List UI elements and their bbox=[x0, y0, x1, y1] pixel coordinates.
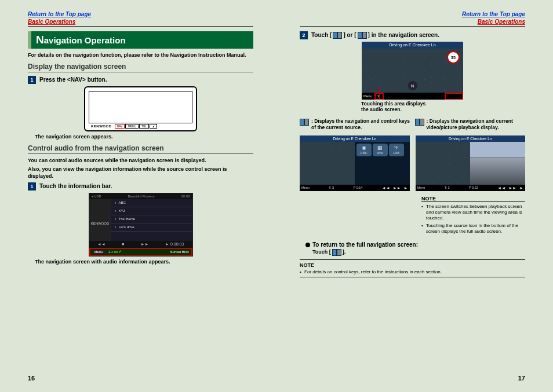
icon-desc-2-text: : Displays the navigation and current vi… bbox=[427, 118, 526, 130]
step-2: 2 Touch [] or [] in the navigation scree… bbox=[300, 31, 525, 39]
pointer-line bbox=[379, 88, 380, 100]
sm-title: Driving on E Cherokee Ln bbox=[416, 135, 526, 142]
info-bar: Menu 1.1 mi ↱ Sunset Blvd bbox=[89, 248, 192, 256]
bottom-note: NOTE For details on control keys, refer … bbox=[300, 259, 525, 277]
return-full: To return to the full navigation screen: bbox=[305, 241, 525, 248]
sm-menu: Menu bbox=[301, 186, 310, 189]
map-screenshot-main: Driving on E Cherokee Ln 35 N Menu T: 3 bbox=[362, 42, 463, 100]
small-map-left: Driving on E Cherokee Ln ◉DISC ▦iPod ΨUS… bbox=[300, 135, 410, 191]
step-1: 1 Press the <NAV> button. bbox=[28, 76, 253, 84]
stop-icon: ■ bbox=[122, 242, 124, 246]
section-title-first-letter: N bbox=[36, 34, 44, 46]
menu-button: Menu bbox=[93, 250, 105, 254]
usb-label: ◂ USB bbox=[92, 194, 101, 198]
return-top-link[interactable]: Return to the Top page bbox=[28, 10, 253, 18]
destination: Sunset Blvd bbox=[170, 250, 188, 254]
split-icon bbox=[332, 249, 341, 256]
device-nav-button: NAV bbox=[115, 124, 125, 129]
sm-menu: Menu bbox=[417, 186, 425, 189]
highlight-right bbox=[445, 93, 463, 100]
page-number-left: 16 bbox=[28, 375, 35, 382]
step-2-text: Touch [] or [] in the navigation screen. bbox=[311, 32, 439, 39]
step-1b: 1 Touch the information bar. bbox=[28, 182, 253, 190]
split-icon bbox=[358, 32, 367, 39]
subhead-control-audio: Control audio from the navigation screen bbox=[28, 144, 253, 154]
sm-t: T: 3 bbox=[445, 186, 450, 189]
section-title-rest: avigation Operation bbox=[44, 35, 126, 45]
sm-map-area bbox=[416, 142, 471, 185]
top-links-right: Return to the Top page Basic Operations bbox=[300, 10, 525, 27]
control-audio-text1: You can control audio sources while the … bbox=[28, 157, 253, 164]
note-item: The screen switches between playback scr… bbox=[421, 204, 525, 221]
track-title: Beautiful Flowers bbox=[128, 195, 154, 198]
source-ipod: ▦iPod bbox=[373, 144, 388, 156]
playlist-item: The theme bbox=[111, 215, 192, 224]
section-title: Navigation Operation bbox=[28, 31, 253, 49]
playlist-item: ABC bbox=[111, 199, 192, 207]
map-caption: Touching this area displays the audio sc… bbox=[361, 101, 525, 112]
icon-desc-2: : Displays the navigation and current vi… bbox=[415, 118, 526, 130]
caption-nav-appears: The navigation screen appears. bbox=[35, 134, 253, 140]
prev-icon: ◄◄ bbox=[97, 242, 105, 246]
page-number-right: 17 bbox=[518, 375, 525, 382]
split-icon bbox=[415, 119, 424, 126]
split-icon bbox=[300, 119, 309, 126]
device-eject-button: ▲ bbox=[150, 124, 157, 129]
basic-ops-link[interactable]: Basic Operations bbox=[28, 18, 253, 27]
bullet-icon bbox=[305, 243, 310, 247]
device-menu-button: MENU bbox=[125, 124, 139, 129]
return-top-link[interactable]: Return to the Top page bbox=[300, 10, 525, 18]
return-sub: Touch []. bbox=[312, 249, 525, 256]
sm-bottom-bar: Menu T: 3 P 0:22 ◄◄►►► bbox=[416, 185, 526, 191]
page-left: Return to the Top page Basic Operations … bbox=[0, 0, 276, 392]
playback-time: ► 0:00:03 bbox=[165, 242, 184, 246]
control-audio-text2: Also, you can view the navigation inform… bbox=[28, 166, 253, 179]
speed-limit-icon: 35 bbox=[447, 51, 460, 64]
icon-descriptions: : Displays the navigation and control ke… bbox=[300, 118, 525, 133]
small-map-right: Driving on E Cherokee Ln Menu T: 3 P 0:2… bbox=[416, 135, 526, 191]
split-icon bbox=[333, 32, 342, 39]
playlist: ABC XYZ The theme Let's drive bbox=[111, 199, 192, 241]
sm-playback: ◄◄►►► bbox=[382, 186, 408, 190]
sm-p: P 0:14 bbox=[354, 186, 363, 189]
return-full-text: To return to the full navigation screen: bbox=[312, 241, 418, 248]
step-1-text: Press the <NAV> button. bbox=[39, 76, 107, 83]
icon-desc-1-text: : Displays the navigation and control ke… bbox=[311, 118, 410, 130]
sm-title: Driving on E Cherokee Ln bbox=[300, 135, 410, 142]
sm-source-panel: ◉DISC ▦iPod ΨUSB bbox=[355, 142, 410, 185]
playlist-item: Let's drive bbox=[111, 224, 192, 232]
basic-ops-link[interactable]: Basic Operations bbox=[300, 18, 525, 27]
device-brand: KENWOOD bbox=[91, 124, 112, 128]
top-links-left: Return to the Top page Basic Operations bbox=[28, 10, 253, 27]
next-icon: ►► bbox=[141, 242, 149, 246]
note-item: Touching the source icon in the bottom o… bbox=[421, 223, 525, 235]
audio-nav-screenshot: ◂ USB Beautiful Flowers 00:03 KENWOOD AB… bbox=[89, 193, 193, 257]
distance: 1.1 mi ↱ bbox=[108, 250, 122, 254]
note-item: For details on control keys, refer to th… bbox=[300, 269, 525, 274]
sm-p: P 0:22 bbox=[469, 186, 478, 189]
source-usb: ΨUSB bbox=[389, 144, 404, 156]
caption-audio-info: The navigation screen with audio informa… bbox=[35, 259, 253, 265]
subhead-display-nav: Display the navigation screen bbox=[28, 63, 253, 72]
sm-playback: ◄◄►►► bbox=[497, 186, 523, 190]
sm-map-area bbox=[300, 142, 355, 185]
sm-bottom-bar: Menu T: 3 P 0:14 ◄◄►►► bbox=[300, 185, 410, 191]
note-title: NOTE bbox=[300, 262, 525, 268]
source-disc: ◉DISC bbox=[356, 144, 372, 156]
icon-desc-1: : Displays the navigation and control ke… bbox=[300, 118, 410, 130]
sm-video-panel bbox=[470, 142, 525, 185]
playlist-item: XYZ bbox=[111, 207, 192, 215]
page-right: Return to the Top page Basic Operations … bbox=[276, 0, 553, 392]
step-number-icon: 1 bbox=[28, 76, 36, 84]
note-title: NOTE bbox=[421, 196, 525, 202]
step-number-icon: 2 bbox=[300, 31, 308, 39]
track-time: 00:03 bbox=[181, 195, 190, 198]
step-number-icon: 1 bbox=[28, 182, 36, 190]
map-title: Driving on E Cherokee Ln bbox=[362, 42, 463, 49]
map-menu: Menu bbox=[363, 94, 372, 98]
playback-controls: ◄◄ ■ ►► ► 0:00:03 bbox=[89, 241, 192, 248]
step-1b-text: Touch the information bar. bbox=[39, 183, 112, 189]
intro-text: For details on the navigation function, … bbox=[28, 52, 253, 59]
device-diagram: KENWOOD NAV MENU TEL ▲ bbox=[84, 86, 197, 131]
compass-icon: N bbox=[408, 81, 417, 90]
